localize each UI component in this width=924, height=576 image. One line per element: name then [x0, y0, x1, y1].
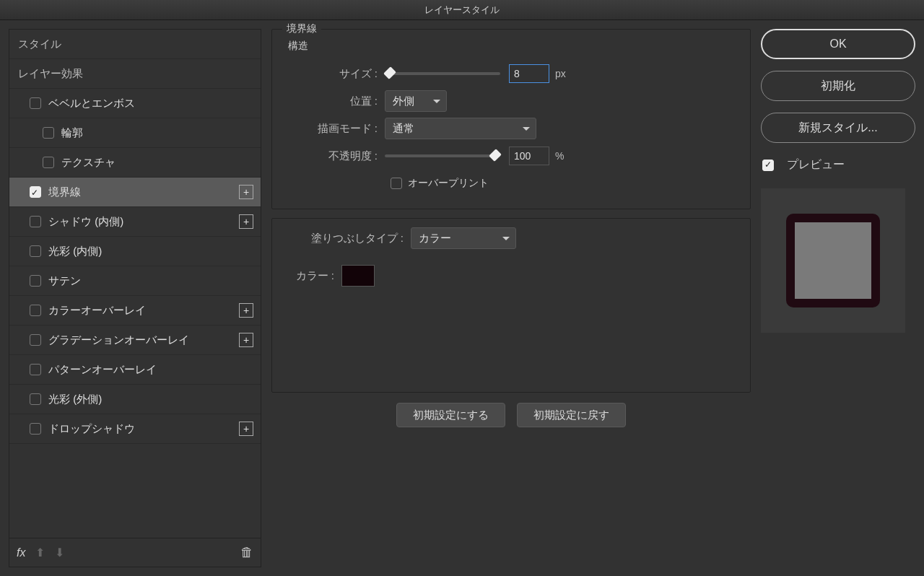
opacity-unit: %: [555, 150, 564, 162]
preview-swatch: [761, 188, 905, 333]
reset-default-button[interactable]: 初期設定に戻す: [517, 403, 626, 427]
sidebar-item-checkbox[interactable]: [30, 334, 41, 346]
filltype-select[interactable]: カラー: [411, 227, 516, 249]
reset-button[interactable]: 初期化: [761, 71, 915, 101]
default-buttons-row: 初期設定にする 初期設定に戻す: [271, 403, 751, 427]
overprint-label: オーバープリント: [408, 177, 489, 190]
sidebar-item-3[interactable]: 境界線+: [9, 178, 261, 207]
color-row: カラー :: [284, 262, 738, 289]
sidebar-item-0[interactable]: ベベルとエンボス: [9, 89, 261, 118]
sidebar-item-label: パターンオーバーレイ: [48, 363, 157, 377]
size-unit: px: [555, 68, 566, 79]
sidebar-item-label: 光彩 (外側): [48, 393, 102, 406]
move-up-icon[interactable]: ⬆: [35, 546, 45, 559]
sidebar-item-checkbox[interactable]: [30, 216, 41, 227]
add-instance-icon[interactable]: +: [239, 422, 253, 436]
sidebar-item-label: 境界線: [48, 186, 81, 199]
titlebar: レイヤースタイル: [0, 0, 924, 20]
sidebar-item-10[interactable]: 光彩 (外側): [9, 385, 261, 414]
sidebar-item-checkbox[interactable]: [30, 97, 41, 109]
slider-thumb-icon[interactable]: [489, 149, 502, 162]
sidebar-item-checkbox[interactable]: [43, 127, 54, 139]
sidebar-item-label: テクスチャ: [61, 156, 116, 170]
new-style-button[interactable]: 新規スタイル...: [761, 113, 915, 143]
sidebar-header-effects-label: レイヤー効果: [18, 67, 83, 81]
sidebar-item-checkbox[interactable]: [30, 186, 41, 198]
sidebar-item-label: 輪郭: [61, 126, 83, 140]
color-swatch[interactable]: [341, 265, 375, 287]
styles-sidebar: スタイル レイヤー効果 ベベルとエンボス輪郭テクスチャ境界線+シャドウ (内側)…: [9, 29, 261, 567]
filltype-value: カラー: [419, 232, 451, 245]
ok-button[interactable]: OK: [761, 29, 915, 59]
sidebar-item-11[interactable]: ドロップシャドウ+: [9, 414, 261, 444]
add-instance-icon[interactable]: +: [239, 185, 253, 199]
blend-select[interactable]: 通常: [385, 118, 536, 139]
structure-legend: 構造: [288, 40, 738, 53]
stroke-groupbox: 境界線 構造 サイズ : px 位置 : 外側 描画モード : 通常 不透明度 …: [271, 29, 751, 209]
opacity-row: 不透明度 : %: [284, 142, 738, 170]
sidebar-item-5[interactable]: 光彩 (内側): [9, 237, 261, 266]
size-label: サイズ :: [284, 67, 385, 81]
fx-menu-icon[interactable]: fx: [17, 546, 25, 559]
move-down-icon[interactable]: ⬇: [55, 546, 64, 559]
position-row: 位置 : 外側: [284, 87, 738, 115]
sidebar-item-label: サテン: [48, 274, 81, 288]
sidebar-item-4[interactable]: シャドウ (内側)+: [9, 207, 261, 237]
sidebar-header-effects[interactable]: レイヤー効果: [9, 59, 261, 89]
fill-groupbox: 塗りつぶしタイプ : カラー カラー :: [271, 218, 751, 393]
sidebar-list: スタイル レイヤー効果 ベベルとエンボス輪郭テクスチャ境界線+シャドウ (内側)…: [9, 30, 261, 538]
sidebar-item-label: ドロップシャドウ: [48, 422, 135, 436]
position-select[interactable]: 外側: [385, 90, 447, 112]
sidebar-item-8[interactable]: グラデーションオーバーレイ+: [9, 326, 261, 355]
sidebar-item-checkbox[interactable]: [30, 364, 41, 375]
sidebar-item-label: カラーオーバーレイ: [48, 304, 146, 318]
sidebar-item-label: 光彩 (内側): [48, 245, 102, 258]
opacity-slider[interactable]: [385, 154, 500, 157]
sidebar-item-checkbox[interactable]: [30, 245, 41, 257]
sidebar-item-checkbox[interactable]: [30, 423, 41, 435]
preview-checkbox[interactable]: [762, 160, 774, 171]
overprint-row: オーバープリント: [284, 170, 738, 197]
position-value: 外側: [393, 95, 414, 108]
sidebar-item-label: グラデーションオーバーレイ: [48, 333, 189, 347]
sidebar-header-styles-label: スタイル: [18, 38, 61, 51]
dialog-body: スタイル レイヤー効果 ベベルとエンボス輪郭テクスチャ境界線+シャドウ (内側)…: [0, 20, 924, 576]
filltype-row: 塗りつぶしタイプ : カラー: [284, 224, 738, 252]
add-instance-icon[interactable]: +: [239, 333, 253, 347]
sidebar-item-6[interactable]: サテン: [9, 266, 261, 296]
center-panel: 境界線 構造 サイズ : px 位置 : 外側 描画モード : 通常 不透明度 …: [271, 29, 751, 567]
position-label: 位置 :: [284, 95, 385, 108]
sidebar-item-7[interactable]: カラーオーバーレイ+: [9, 296, 261, 326]
sidebar-header-styles[interactable]: スタイル: [9, 30, 261, 59]
sidebar-item-label: シャドウ (内側): [48, 215, 123, 229]
add-instance-icon[interactable]: +: [239, 214, 253, 229]
add-instance-icon[interactable]: +: [239, 303, 253, 318]
sidebar-item-checkbox[interactable]: [30, 305, 41, 316]
sidebar-item-9[interactable]: パターンオーバーレイ: [9, 355, 261, 385]
make-default-button[interactable]: 初期設定にする: [396, 403, 505, 427]
opacity-label: 不透明度 :: [284, 149, 385, 163]
preview-label: プレビュー: [787, 157, 845, 173]
sidebar-item-checkbox[interactable]: [30, 275, 41, 287]
filltype-label: 塗りつぶしタイプ :: [284, 232, 411, 245]
preview-checkbox-row[interactable]: プレビュー: [762, 157, 915, 173]
sidebar-item-1[interactable]: 輪郭: [9, 118, 261, 148]
group-legend: 境界線: [282, 22, 321, 35]
blend-row: 描画モード : 通常: [284, 115, 738, 142]
right-panel: OK 初期化 新規スタイル... プレビュー: [761, 29, 915, 567]
color-label: カラー :: [284, 269, 341, 283]
trash-icon[interactable]: 🗑: [240, 545, 253, 560]
sidebar-item-checkbox[interactable]: [30, 393, 41, 405]
preview-swatch-inner: [786, 214, 880, 307]
size-row: サイズ : px: [284, 60, 738, 87]
slider-thumb-icon[interactable]: [383, 66, 396, 79]
blend-label: 描画モード :: [284, 122, 385, 136]
sidebar-item-label: ベベルとエンボス: [48, 97, 135, 110]
sidebar-item-checkbox[interactable]: [43, 157, 54, 168]
size-slider[interactable]: [385, 72, 500, 75]
opacity-input[interactable]: [509, 147, 549, 165]
overprint-checkbox[interactable]: [391, 178, 402, 189]
sidebar-item-2[interactable]: テクスチャ: [9, 148, 261, 178]
sidebar-footer: fx ⬆ ⬇ 🗑: [9, 538, 261, 567]
size-input[interactable]: [509, 64, 549, 83]
